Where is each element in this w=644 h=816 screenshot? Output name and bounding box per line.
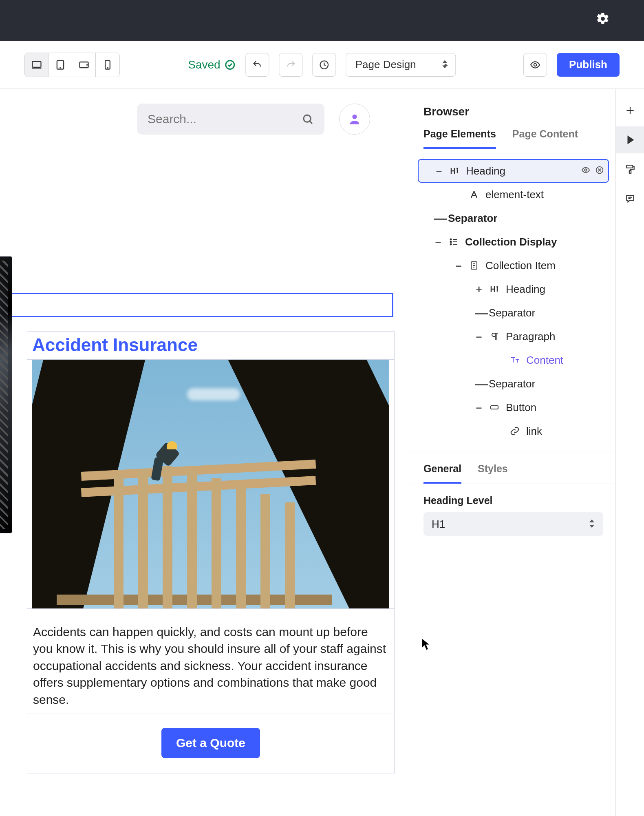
svg-rect-11 (629, 170, 631, 173)
preview-button[interactable] (523, 53, 547, 77)
tree-element-text[interactable]: element-text (418, 183, 609, 206)
editor-toolbar: Saved Page Design Publish (0, 41, 644, 89)
tree-label: Content (526, 354, 563, 367)
tree-label: Paragraph (506, 330, 555, 343)
svg-point-15 (450, 241, 452, 243)
button-icon (489, 402, 500, 413)
add-panel-button[interactable] (616, 97, 644, 124)
tree-separator-3[interactable]: — Separator (418, 372, 609, 396)
collapse-icon[interactable]: – (454, 259, 463, 272)
element-tree: – Heading element-text — Separator – Col… (411, 149, 615, 453)
heading-level-value: H1 (432, 518, 445, 531)
device-desktop-button[interactable] (25, 53, 49, 77)
device-tablet-portrait-button[interactable] (72, 53, 96, 77)
tree-label: Separator (489, 378, 535, 390)
svg-rect-0 (32, 61, 41, 67)
tab-page-elements[interactable]: Page Elements (423, 128, 496, 149)
selected-heading-outline[interactable] (0, 293, 393, 317)
tree-button[interactable]: – Button (418, 396, 609, 419)
tab-general[interactable]: General (423, 463, 461, 484)
undo-icon (252, 60, 263, 70)
tree-label: Collection Display (465, 236, 557, 248)
minus-icon: — (434, 211, 442, 226)
minus-icon: — (475, 305, 483, 321)
get-quote-button[interactable]: Get a Quote (161, 728, 260, 758)
visibility-icon[interactable] (581, 165, 590, 177)
tree-label: element-text (485, 188, 544, 201)
tab-page-content[interactable]: Page Content (512, 128, 578, 149)
minus-icon: — (475, 376, 483, 391)
tree-collection-item[interactable]: – Collection Item (418, 254, 609, 277)
h1-icon (449, 165, 460, 177)
search-field[interactable] (137, 104, 324, 135)
device-switcher (24, 53, 120, 77)
page-mode-select[interactable]: Page Design (346, 53, 456, 77)
svg-point-9 (534, 63, 537, 66)
device-tablet-landscape-button[interactable] (49, 53, 72, 77)
tree-heading-child[interactable]: + Heading (418, 277, 609, 301)
svg-point-2 (60, 67, 60, 68)
list-icon (448, 236, 459, 248)
tree-paragraph[interactable]: – Paragraph (418, 325, 609, 348)
design-panel-button[interactable] (616, 156, 644, 183)
tab-styles[interactable]: Styles (478, 463, 508, 484)
heading-level-select[interactable]: H1 (423, 512, 603, 536)
tree-collection-display[interactable]: – Collection Display (418, 230, 609, 254)
expand-icon[interactable]: + (475, 283, 483, 296)
tree-label: Button (506, 401, 536, 414)
cursor-play-icon (625, 135, 635, 145)
publish-button[interactable]: Publish (557, 53, 620, 77)
paint-roller-icon (625, 164, 635, 175)
svg-point-19 (304, 115, 311, 122)
eye-icon (530, 60, 540, 70)
properties-body: Heading Level H1 (411, 484, 615, 546)
row-actions (581, 165, 604, 177)
tree-link[interactable]: link (418, 419, 609, 443)
redo-button[interactable] (279, 53, 303, 77)
tree-separator-1[interactable]: — Separator (418, 206, 609, 230)
card-title[interactable]: Accident Insurance (27, 332, 394, 359)
paragraph-icon (489, 331, 500, 342)
card-body[interactable]: Accidents can happen quickly, and costs … (27, 609, 394, 714)
page-mode-label: Page Design (355, 58, 416, 71)
sort-icon (442, 58, 448, 71)
svg-rect-10 (626, 165, 633, 168)
card-image (32, 360, 389, 608)
save-status: Saved (188, 58, 236, 71)
settings-icon[interactable] (596, 12, 610, 29)
tree-label: link (526, 425, 542, 438)
collapse-icon[interactable]: – (434, 236, 442, 248)
properties-tabs: General Styles (411, 453, 615, 484)
browser-panel-button[interactable] (616, 126, 644, 153)
history-button[interactable] (313, 53, 336, 77)
tree-label: Separator (489, 307, 535, 319)
svg-point-16 (450, 244, 452, 245)
text-icon (468, 189, 480, 200)
search-icon (302, 113, 314, 126)
tree-heading[interactable]: – Heading (418, 159, 609, 183)
svg-point-6 (107, 67, 108, 68)
undo-button[interactable] (246, 53, 269, 77)
delete-icon[interactable] (595, 165, 604, 177)
insurance-card[interactable]: Accident Insurance Accidents c (27, 331, 395, 774)
svg-point-14 (450, 239, 452, 240)
tree-content[interactable]: Content (418, 348, 609, 372)
sort-icon (589, 518, 595, 531)
plus-icon (625, 105, 635, 116)
right-rail (615, 89, 644, 816)
device-phone-button[interactable] (96, 53, 119, 77)
browser-tabs: Page Elements Page Content (411, 128, 615, 149)
tree-label: Heading (506, 283, 545, 296)
user-avatar[interactable] (339, 104, 370, 135)
comments-panel-button[interactable] (616, 185, 644, 212)
tree-separator-2[interactable]: — Separator (418, 301, 609, 325)
clock-icon (319, 60, 330, 70)
tree-label: Heading (466, 165, 505, 177)
item-icon (468, 260, 480, 271)
collapse-icon[interactable]: – (435, 165, 443, 177)
search-input[interactable] (148, 112, 302, 126)
collapse-icon[interactable]: – (475, 330, 483, 343)
collapse-icon[interactable]: – (475, 401, 483, 414)
tt-icon (509, 354, 520, 366)
h1-icon (489, 283, 500, 295)
